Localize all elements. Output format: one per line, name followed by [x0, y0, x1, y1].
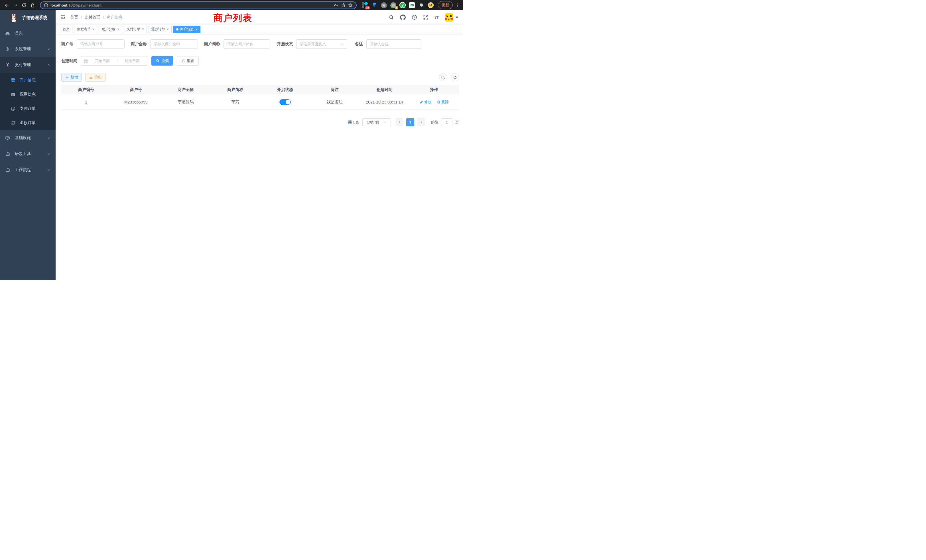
- sidebar-item-payment[interactable]: ¥ 支付管理: [0, 57, 56, 73]
- yen-icon: ¥: [5, 62, 10, 68]
- page-number-1[interactable]: 1: [406, 118, 414, 126]
- filter-row-1: 商户号 商户全称 商户简称 开启状态 请选择开启状态: [61, 39, 459, 49]
- remark-input[interactable]: [366, 39, 421, 49]
- status-select[interactable]: 请选择开启状态: [296, 39, 347, 49]
- cell-actions: 修改 删除: [409, 95, 459, 109]
- sidebar-item-merchant-info[interactable]: 商户信息: [0, 73, 56, 87]
- search-icon: [156, 59, 160, 63]
- tab-refund-order[interactable]: 退款订单×: [148, 26, 172, 33]
- extension-command-icon[interactable]: ⌘: [381, 2, 387, 8]
- page-size-select[interactable]: 10条/页: [362, 118, 391, 126]
- browser-menu-icon[interactable]: [455, 3, 460, 7]
- browser-forward-icon[interactable]: [11, 1, 20, 9]
- sidebar-item-label: 基础设施: [15, 135, 31, 141]
- sidebar-item-pay-order[interactable]: 支付订单: [0, 101, 56, 116]
- sidebar-item-infrastructure[interactable]: 基础设施: [0, 130, 56, 146]
- extension-gem-icon[interactable]: [371, 2, 377, 8]
- short-name-input[interactable]: [224, 39, 270, 49]
- sidebar-item-system[interactable]: 系统管理: [0, 41, 56, 57]
- tab-home[interactable]: 首页: [60, 26, 73, 33]
- tab-pay-order[interactable]: 支付订单×: [124, 26, 147, 33]
- status-toggle[interactable]: [279, 99, 291, 105]
- close-icon[interactable]: ×: [195, 28, 198, 31]
- browser-extensions: 10 ⌘ 1 y: [360, 2, 436, 8]
- address-bar[interactable]: localhost:1024/pay/merchant: [40, 2, 357, 9]
- status-label: 开启状态: [277, 42, 296, 47]
- browser-profile-avatar[interactable]: [428, 2, 434, 8]
- pagination-total: 共 1 条: [348, 120, 360, 125]
- font-size-icon[interactable]: тT: [434, 15, 439, 20]
- fullscreen-icon[interactable]: [423, 15, 428, 20]
- bookmark-star-icon[interactable]: [348, 3, 353, 8]
- close-icon[interactable]: ×: [167, 28, 169, 31]
- date-range-picker[interactable]: 开始日期 - 结束日期: [81, 56, 148, 65]
- browser-reload-icon[interactable]: [20, 1, 28, 9]
- sidebar-item-home[interactable]: 首页: [0, 25, 56, 41]
- merchant-no-label: 商户号: [61, 42, 77, 47]
- cell-short-name: 芋艿: [210, 95, 260, 109]
- next-page-button[interactable]: [417, 118, 425, 126]
- extension-yudao-icon[interactable]: y: [399, 2, 406, 8]
- add-button[interactable]: 新增: [61, 73, 82, 82]
- col-merchant-no: 商户号: [111, 85, 160, 95]
- active-dot: [176, 28, 179, 30]
- extension-grid-icon[interactable]: 10: [362, 2, 368, 8]
- extension-badge: 10: [365, 6, 370, 9]
- remark-label: 备注: [355, 42, 366, 47]
- header-search-icon[interactable]: [389, 15, 394, 20]
- sidebar-item-dev-tools[interactable]: 研发工具: [0, 146, 56, 162]
- url-text: localhost:1024/pay/merchant: [50, 3, 331, 8]
- breadcrumb-current: 商户信息: [107, 15, 123, 20]
- sidebar-item-label: 退款订单: [20, 120, 36, 126]
- top-navbar: 首页 / 支付管理 / 商户信息 тT: [56, 10, 463, 24]
- help-icon[interactable]: [412, 15, 417, 20]
- browser-update-button[interactable]: 更新: [438, 1, 453, 9]
- prev-page-button[interactable]: [395, 118, 403, 126]
- share-icon[interactable]: [341, 3, 345, 8]
- password-key-icon[interactable]: [334, 3, 339, 8]
- tab-process-form[interactable]: 流程表单×: [74, 26, 97, 33]
- extensions-puzzle-icon[interactable]: [418, 2, 425, 8]
- end-date-placeholder: 结束日期: [120, 59, 145, 64]
- close-icon[interactable]: ×: [142, 28, 144, 31]
- user-menu[interactable]: [445, 13, 458, 22]
- toggle-search-button[interactable]: [439, 73, 447, 81]
- col-create-time: 创建时间: [360, 85, 409, 95]
- tab-merchant-info[interactable]: 商户信息×: [173, 26, 200, 33]
- refresh-table-button[interactable]: [451, 73, 459, 81]
- search-button[interactable]: 搜索: [151, 56, 173, 65]
- reset-button[interactable]: 重置: [177, 56, 199, 65]
- edit-link[interactable]: 修改: [420, 100, 432, 104]
- sidebar-item-workflow[interactable]: 工作流程: [0, 162, 56, 178]
- full-name-input[interactable]: [150, 39, 198, 49]
- delete-link[interactable]: 删除: [437, 100, 449, 104]
- breadcrumb-home[interactable]: 首页: [70, 15, 78, 20]
- extension-notes-icon[interactable]: [409, 2, 415, 8]
- close-icon[interactable]: ×: [117, 28, 119, 31]
- edit-pen-icon: [420, 100, 424, 104]
- goto-page-input[interactable]: [441, 118, 452, 126]
- browser-home-icon[interactable]: [29, 1, 36, 9]
- browser-back-icon[interactable]: [3, 1, 11, 9]
- github-icon[interactable]: [400, 15, 406, 20]
- merchant-no-input[interactable]: [77, 39, 125, 49]
- sidebar-item-app-info[interactable]: 应用信息: [0, 87, 56, 101]
- cell-remark: 我是备注: [310, 95, 360, 109]
- site-info-icon[interactable]: [44, 3, 48, 8]
- tab-user-group[interactable]: 用户分组×: [99, 26, 122, 33]
- sidebar-item-refund-order[interactable]: 退款订单: [0, 116, 56, 130]
- export-button[interactable]: 导出: [85, 73, 106, 82]
- payment-submenu: 商户信息 应用信息 支付订单 退款订单: [0, 73, 56, 130]
- start-date-placeholder: 开始日期: [89, 59, 115, 64]
- extension-recorder-icon[interactable]: 1: [390, 2, 396, 8]
- chevron-down-icon: [383, 121, 387, 124]
- close-icon[interactable]: ×: [92, 28, 94, 31]
- table-row: 1 M233666999 芋道源码 芋艿 我是备注 2021-10-23 08:…: [61, 95, 459, 109]
- cell-full-name: 芋道源码: [161, 95, 210, 109]
- sidebar-collapse-icon[interactable]: [60, 15, 65, 20]
- app-logo-row[interactable]: 芋道管理系统: [0, 10, 56, 25]
- breadcrumb-payment[interactable]: 支付管理: [85, 15, 100, 20]
- pagination: 共 1 条 10条/页 1 前往 页: [61, 118, 459, 126]
- sidebar-item-label: 首页: [15, 30, 23, 36]
- sidebar-item-label: 商户信息: [20, 77, 36, 83]
